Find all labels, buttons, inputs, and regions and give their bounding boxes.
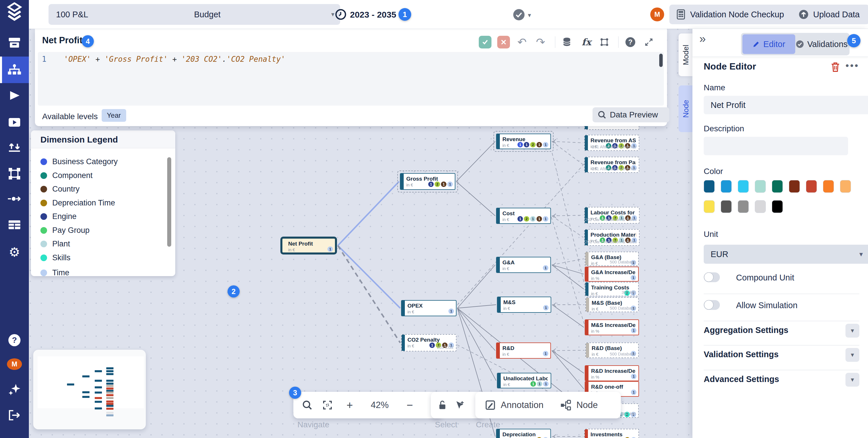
frame-icon[interactable]: [598, 36, 611, 48]
delete-node-icon[interactable]: [831, 62, 840, 74]
graph-node-rnd[interactable]: R&Din €1: [496, 342, 551, 359]
graph-node-rnd_inc[interactable]: R&D Increase/Decreasein %1: [585, 365, 639, 381]
graph-node-ms[interactable]: M&Sin €1: [497, 297, 551, 313]
validation-settings-header[interactable]: Validation Settings: [704, 350, 778, 359]
apply-formula-button[interactable]: [479, 36, 492, 48]
upload-data-button[interactable]: Upload Data: [792, 5, 868, 24]
legend-scrollbar[interactable]: [167, 157, 171, 247]
topbar-avatar[interactable]: M: [650, 7, 664, 21]
inbox-icon[interactable]: [0, 37, 29, 48]
fit-view-icon[interactable]: [322, 400, 333, 410]
tab-model[interactable]: Model: [679, 33, 693, 76]
aggregation-settings-header[interactable]: Aggregation Settings: [704, 326, 788, 335]
compound-unit-toggle[interactable]: [704, 272, 720, 282]
graph-node-gna[interactable]: G&Ain €1: [496, 257, 551, 273]
undo-icon[interactable]: ↶: [516, 36, 528, 48]
name-field[interactable]: Net Profit: [704, 96, 868, 114]
import-export-icon[interactable]: [0, 141, 29, 154]
graph-node-investments[interactable]: Investmentsin €11: [584, 429, 639, 438]
editor-scrollbar[interactable]: [659, 54, 663, 67]
select-cursor-icon[interactable]: [455, 400, 464, 410]
graph-node-training[interactable]: Training Costsin €21302 HR: [585, 282, 639, 296]
graph-node-labour[interactable]: Labour Costs for Productionin €112111202…: [584, 207, 640, 224]
advanced-settings-header[interactable]: Advanced Settings: [704, 374, 779, 384]
graph-node-prod_mat[interactable]: Production Material Costsin €112111202 C…: [584, 229, 640, 246]
tab-validations[interactable]: Validations: [795, 34, 848, 54]
data-preview-button[interactable]: Data Preview: [592, 107, 669, 122]
table-icon[interactable]: [0, 219, 29, 230]
time-range[interactable]: 2023 - 2035: [350, 10, 396, 20]
graph-node-net_profit[interactable]: Net Profitin €1: [280, 237, 337, 255]
ai-sparkles-icon[interactable]: [0, 382, 29, 397]
logout-icon[interactable]: [0, 409, 29, 421]
graph-node-cost[interactable]: Costin €12111: [496, 208, 551, 224]
graph-node-gna_inc[interactable]: G&A Increase/Decreasein %1: [585, 267, 639, 281]
color-swatch[interactable]: [806, 180, 817, 193]
unlock-icon[interactable]: [438, 400, 447, 410]
graph-node-gna_base[interactable]: G&A (Base)in €1500 Database: [585, 251, 639, 266]
color-swatch[interactable]: [840, 180, 851, 193]
graph-node-rev_as[interactable]: Revenue from AS Servicein €21211201 Afte…: [584, 135, 639, 151]
database-icon[interactable]: [560, 36, 573, 48]
zoom-out-button[interactable]: −: [403, 399, 417, 411]
status-check-dropdown[interactable]: [513, 9, 525, 22]
graph-node-opex[interactable]: OPEXin €1: [401, 300, 457, 316]
flow-icon[interactable]: [0, 195, 29, 203]
redo-icon[interactable]: ↷: [534, 36, 547, 48]
graph-node-revenue[interactable]: Revenuein €11211: [496, 134, 551, 149]
frame-tool-icon[interactable]: [0, 167, 29, 181]
video-icon[interactable]: [0, 116, 29, 128]
expand-icon[interactable]: [643, 36, 655, 48]
graph-node-co2[interactable]: CO2 Penaltyin €1211203 CO2: [401, 334, 457, 351]
aggregation-expand-button[interactable]: ▾: [845, 324, 859, 338]
formula-help-icon[interactable]: ?: [624, 36, 637, 48]
graph-node-gross_profit[interactable]: Gross Profitin €1211: [400, 173, 455, 190]
color-swatch[interactable]: [772, 200, 783, 213]
minimap[interactable]: [33, 350, 146, 429]
unit-dropdown[interactable]: EUR ▾: [704, 245, 868, 264]
node-button-label[interactable]: Node: [576, 400, 598, 410]
chevron-down-icon[interactable]: ▾: [528, 11, 531, 19]
function-icon[interactable]: fx: [580, 36, 593, 48]
validation-expand-button[interactable]: ▾: [845, 348, 859, 362]
advanced-expand-button[interactable]: ▾: [845, 373, 859, 386]
level-chip-year[interactable]: Year: [102, 109, 126, 122]
collapse-panel-icon[interactable]: »: [700, 32, 706, 45]
app-logo-icon[interactable]: [0, 2, 29, 21]
color-swatch[interactable]: [738, 200, 749, 213]
annotation-icon[interactable]: [485, 400, 496, 410]
play-icon[interactable]: [0, 90, 29, 101]
graph-node-unalloc[interactable]: Unallocated Labour Costs (O...in €111: [497, 373, 551, 389]
help-icon[interactable]: ?: [0, 334, 29, 346]
add-node-icon[interactable]: [560, 400, 571, 411]
graph-node-ms_base[interactable]: M&S (Base)in €1500 Database: [585, 297, 639, 312]
settings-gear-icon[interactable]: ⚙: [0, 245, 29, 259]
zoom-search-icon[interactable]: [302, 400, 312, 410]
discard-formula-button[interactable]: [497, 36, 510, 48]
color-swatch[interactable]: [738, 180, 749, 193]
allow-simulation-toggle[interactable]: [704, 300, 720, 310]
scenario-selector-dropdown[interactable]: Budget ▾: [187, 4, 340, 25]
description-field[interactable]: [704, 137, 848, 155]
color-swatch[interactable]: [755, 200, 766, 213]
color-swatch[interactable]: [755, 180, 766, 193]
zoom-in-button[interactable]: +: [342, 399, 357, 411]
sidebar-avatar[interactable]: M: [0, 358, 29, 370]
minimap-viewport[interactable]: [37, 356, 144, 408]
tab-editor[interactable]: Editor: [742, 34, 795, 54]
color-swatch[interactable]: [772, 180, 783, 193]
model-selector-dropdown[interactable]: 100 P&L ▾: [49, 4, 196, 25]
color-swatch[interactable]: [721, 200, 732, 213]
color-swatch[interactable]: [704, 200, 715, 213]
graph-node-ms_inc[interactable]: M&S Increase/Decreasein %1: [585, 319, 639, 335]
tab-node[interactable]: Node: [679, 86, 693, 132]
graph-node-depreciation[interactable]: Depreciationin €11: [496, 429, 551, 438]
color-swatch[interactable]: [704, 180, 715, 193]
validation-node-checkup-button[interactable]: Validation Node Checkup: [669, 5, 799, 24]
color-swatch[interactable]: [721, 180, 732, 193]
graph-node-rnd_base[interactable]: R&D (Base)in €1500 Database: [585, 342, 639, 358]
graph-node-rev_ps[interactable]: Revenue from Part Salesin €21211201 Afte…: [584, 157, 639, 173]
model-tree-icon[interactable]: [0, 64, 29, 76]
color-swatch[interactable]: [789, 180, 800, 193]
formula-editor[interactable]: 1 'OPEX' + 'Gross Profit' + '203 CO2'.'C…: [38, 52, 664, 106]
